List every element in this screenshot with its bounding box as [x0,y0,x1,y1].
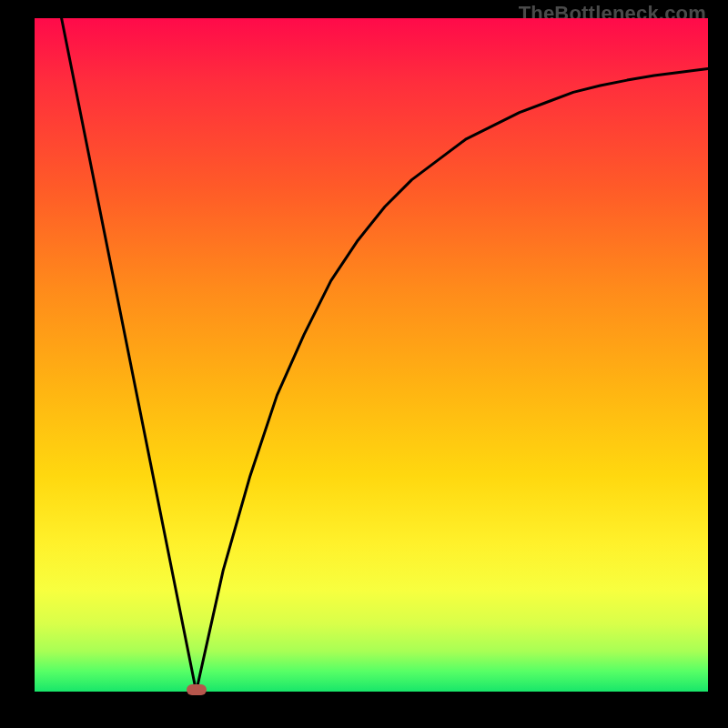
curve-path [62,18,708,692]
minimum-marker [187,684,207,695]
bottleneck-curve [35,18,708,692]
chart-frame: TheBottleneck.com [0,0,728,728]
plot-area [35,18,708,692]
